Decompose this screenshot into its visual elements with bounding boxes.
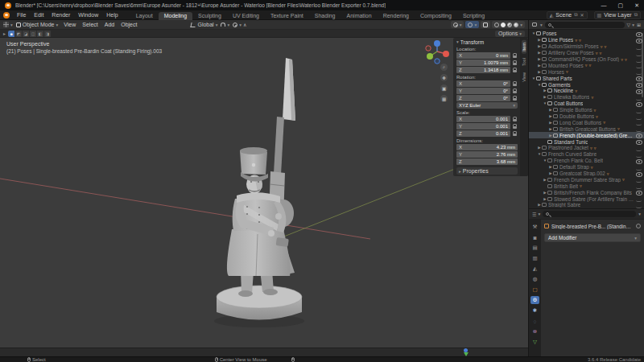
outliner-row[interactable]: ▶Plastroned Jacket▿▿ (529, 145, 644, 151)
viewport-menu-select[interactable]: Select (80, 22, 100, 27)
workspace-tab-animation[interactable]: Animation (341, 12, 378, 20)
menu-render[interactable]: Render (47, 12, 74, 18)
shading-rendered-icon[interactable] (514, 23, 518, 27)
maximize-button[interactable]: ▢ (618, 2, 624, 9)
unlink-scene-icon[interactable]: ✕ (580, 12, 584, 18)
viewport-menu-view[interactable]: View (61, 22, 78, 27)
visibility-eye-open-icon[interactable] (635, 189, 642, 195)
outliner-row[interactable]: ▶Stowed Sabre (For Artillery Train Rider… (529, 195, 644, 202)
visibility-eye-open-icon[interactable] (635, 138, 642, 145)
outliner-row[interactable]: ▶Double Buttons▿ (529, 113, 644, 120)
visibility-eye-open-icon[interactable] (635, 132, 642, 138)
navigation-gizmo[interactable] (423, 39, 451, 65)
lock-icon[interactable] (513, 96, 517, 101)
visibility-eye-closed-icon[interactable] (635, 176, 642, 183)
select-mode-difference-icon[interactable]: ◨ (44, 31, 52, 37)
properties-tab-world-icon[interactable]: ◍ (530, 275, 539, 283)
outliner-row[interactable]: ▶Straight Sabre (529, 202, 644, 208)
rotation-x-field[interactable]: X0° (456, 80, 510, 87)
sidebar-tab-view[interactable]: View (522, 70, 526, 84)
pin-icon[interactable] (636, 224, 641, 228)
visibility-eye-closed-icon[interactable] (635, 62, 642, 68)
sidebar-tab-tool[interactable]: Tool (522, 56, 526, 68)
visibility-eye-closed-icon[interactable] (635, 164, 642, 171)
mode-dropdown[interactable]: Object Mode ▾ (16, 22, 58, 27)
dimensions-x-field[interactable]: X4.23 mm (456, 144, 518, 150)
outliner-row[interactable]: ▶British/French Flank Company Bits (529, 189, 644, 195)
gizmo-x-neg-axis[interactable] (426, 46, 431, 51)
outliner-row[interactable]: ▶British Greatcoat Buttons▿ (529, 125, 644, 132)
lock-icon[interactable] (513, 131, 517, 136)
outliner-row[interactable]: ▶Greatcoat Strap.002▿ (529, 171, 644, 177)
menu-edit[interactable]: Edit (30, 12, 47, 18)
location-y-field[interactable]: Y1.0079 mm (456, 60, 510, 66)
outliner-search-input[interactable] (545, 22, 625, 28)
properties-tab-output-icon[interactable]: ▤ (530, 244, 539, 252)
gizmo-z-axis[interactable] (434, 40, 440, 47)
blender-menu-icon[interactable] (3, 12, 10, 19)
scale-x-field[interactable]: X0.001 (456, 116, 510, 122)
new-scene-icon[interactable]: ⧉ (574, 12, 577, 18)
properties-tab-tool-icon[interactable]: ⚒ (530, 223, 539, 231)
transform-orientation-dropdown[interactable]: Global ▾ (191, 22, 217, 27)
workspace-tab-compositing[interactable]: Compositing (415, 12, 457, 20)
add-modifier-button[interactable]: Add Modifier ▾ (544, 233, 641, 242)
viewport-menu-add[interactable]: Add (102, 22, 117, 27)
outliner-row[interactable]: ▶Mounted Poses▿▿ (529, 62, 644, 68)
gizmo-x-axis[interactable] (443, 51, 449, 57)
outliner-row[interactable]: ▼Coat Buttons (529, 101, 644, 107)
lock-icon[interactable] (513, 88, 517, 93)
outliner-row[interactable]: ▶Artillery Crew Poses▿▿ (529, 50, 644, 56)
visibility-eye-closed-icon[interactable] (635, 151, 642, 158)
rotation-mode-dropdown[interactable]: XYZ Euler▾ (456, 102, 518, 109)
dimensions-y-field[interactable]: Y2.76 mm (456, 151, 518, 158)
visibility-eye-open-icon[interactable] (635, 81, 642, 88)
outliner-row[interactable]: ▼French Curved Sabre (529, 151, 644, 158)
menu-window[interactable]: Window (74, 12, 102, 18)
options-dropdown[interactable]: Options ▾ (495, 31, 525, 37)
properties-tab-scene-icon[interactable]: ◭ (530, 265, 539, 273)
sidebar-tab-item[interactable]: Item (522, 40, 526, 54)
visibility-eye-open-icon[interactable] (635, 171, 642, 177)
outliner-display-mode-dropdown[interactable]: ▾ (532, 23, 543, 27)
workspace-tab-modeling[interactable]: Modeling (159, 12, 192, 20)
shading-material-icon[interactable] (507, 23, 512, 27)
workspace-tab-uv-editing[interactable]: UV Editing (227, 12, 265, 20)
dimensions-z-field[interactable]: Z3.68 mm (456, 158, 518, 165)
visibility-eye-open-icon[interactable] (635, 88, 642, 94)
transform-panel-header[interactable]: ▾ Transform (456, 39, 518, 45)
select-mode-set-icon[interactable]: ■ (8, 31, 15, 37)
lock-icon[interactable] (513, 68, 517, 72)
new-collection-icon[interactable]: ⊞ (637, 22, 641, 27)
properties-tab-particles-icon[interactable]: ✱ (530, 306, 539, 315)
rotation-z-field[interactable]: Z0° (456, 95, 510, 101)
visibility-eye-closed-icon[interactable] (635, 107, 642, 113)
visibility-eye-closed-icon[interactable] (635, 113, 642, 120)
outliner-row[interactable]: ▶Horses▿ (529, 68, 644, 75)
properties-search-input[interactable] (543, 211, 636, 217)
location-z-field[interactable]: Z1.3418 mm (456, 67, 510, 73)
visibility-eye-closed-icon[interactable] (635, 50, 642, 56)
properties-editor-type-dropdown[interactable]: ☰▾ (532, 212, 540, 217)
outliner-row[interactable]: ▶Default Strap▿ (529, 164, 644, 171)
proportional-edit-toggle[interactable]: ▾ ∧ (233, 22, 246, 27)
properties-options-icon[interactable]: ▾ (638, 212, 641, 216)
properties-tab-object-icon[interactable]: ▢ (530, 286, 539, 294)
visibility-eye-closed-icon[interactable] (635, 183, 642, 189)
visibility-eye-open-icon[interactable] (635, 37, 642, 43)
properties-tab-data-icon[interactable]: ▽ (530, 338, 539, 346)
outliner-row[interactable]: ▼Shared Parts (529, 75, 644, 81)
workspace-tab-sculpting[interactable]: Sculpting (192, 12, 227, 20)
show-gizmo-toggle[interactable]: ▾ (451, 21, 464, 28)
lock-icon[interactable] (513, 124, 517, 129)
select-mode-subtract-icon[interactable]: ◪ (23, 31, 30, 37)
visibility-eye-closed-icon[interactable] (635, 119, 642, 125)
visibility-eye-closed-icon[interactable] (635, 202, 642, 208)
outliner-row[interactable]: ▶Long Coat Buttons▿ (529, 119, 644, 125)
visibility-eye-closed-icon[interactable] (635, 94, 642, 101)
lock-icon[interactable] (513, 81, 517, 86)
outliner-row[interactable]: ▼Garments (529, 81, 644, 88)
properties-tab-view-layer-icon[interactable]: ▥ (530, 254, 539, 262)
shading-solid-icon[interactable] (501, 23, 506, 27)
workspace-tab-layout[interactable]: Layout (130, 12, 159, 20)
